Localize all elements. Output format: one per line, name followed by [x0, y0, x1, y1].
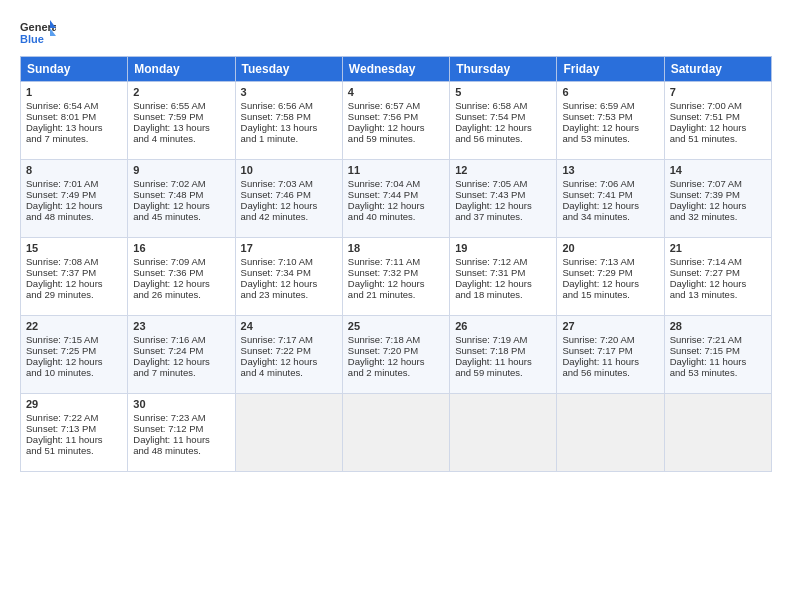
day-info-line: and 51 minutes.	[26, 445, 122, 456]
calendar-cell: 14Sunrise: 7:07 AMSunset: 7:39 PMDayligh…	[664, 160, 771, 238]
day-info-line: Daylight: 12 hours	[348, 200, 444, 211]
day-number: 29	[26, 398, 122, 410]
day-info-line: Daylight: 12 hours	[670, 122, 766, 133]
calendar-cell: 9Sunrise: 7:02 AMSunset: 7:48 PMDaylight…	[128, 160, 235, 238]
day-info-line: Sunset: 7:41 PM	[562, 189, 658, 200]
day-info-line: Sunset: 7:59 PM	[133, 111, 229, 122]
calendar-cell: 29Sunrise: 7:22 AMSunset: 7:13 PMDayligh…	[21, 394, 128, 472]
day-info-line: Sunrise: 7:19 AM	[455, 334, 551, 345]
day-number: 4	[348, 86, 444, 98]
calendar-cell: 19Sunrise: 7:12 AMSunset: 7:31 PMDayligh…	[450, 238, 557, 316]
calendar-cell: 16Sunrise: 7:09 AMSunset: 7:36 PMDayligh…	[128, 238, 235, 316]
day-info-line: Sunrise: 6:54 AM	[26, 100, 122, 111]
calendar-cell	[664, 394, 771, 472]
week-row-3: 15Sunrise: 7:08 AMSunset: 7:37 PMDayligh…	[21, 238, 772, 316]
day-info-line: Sunset: 7:43 PM	[455, 189, 551, 200]
day-info-line: Daylight: 12 hours	[455, 200, 551, 211]
day-number: 28	[670, 320, 766, 332]
logo: General Blue	[20, 18, 60, 46]
day-info-line: Daylight: 13 hours	[241, 122, 337, 133]
day-info-line: Sunrise: 7:02 AM	[133, 178, 229, 189]
day-number: 20	[562, 242, 658, 254]
day-info-line: and 56 minutes.	[562, 367, 658, 378]
day-info-line: and 59 minutes.	[348, 133, 444, 144]
day-number: 3	[241, 86, 337, 98]
day-number: 14	[670, 164, 766, 176]
day-info-line: Sunrise: 7:23 AM	[133, 412, 229, 423]
calendar-cell: 18Sunrise: 7:11 AMSunset: 7:32 PMDayligh…	[342, 238, 449, 316]
day-info-line: Sunset: 7:54 PM	[455, 111, 551, 122]
day-info-line: Sunrise: 7:22 AM	[26, 412, 122, 423]
day-info-line: Sunset: 7:46 PM	[241, 189, 337, 200]
calendar-cell: 12Sunrise: 7:05 AMSunset: 7:43 PMDayligh…	[450, 160, 557, 238]
day-info-line: and 42 minutes.	[241, 211, 337, 222]
day-number: 24	[241, 320, 337, 332]
day-info-line: Daylight: 12 hours	[670, 278, 766, 289]
calendar-cell: 21Sunrise: 7:14 AMSunset: 7:27 PMDayligh…	[664, 238, 771, 316]
day-info-line: Sunset: 7:44 PM	[348, 189, 444, 200]
day-info-line: Sunset: 7:58 PM	[241, 111, 337, 122]
day-info-line: and 37 minutes.	[455, 211, 551, 222]
day-info-line: Sunrise: 7:11 AM	[348, 256, 444, 267]
day-info-line: Sunset: 7:17 PM	[562, 345, 658, 356]
day-info-line: Daylight: 11 hours	[133, 434, 229, 445]
day-number: 17	[241, 242, 337, 254]
day-info-line: Sunrise: 6:55 AM	[133, 100, 229, 111]
calendar-cell: 24Sunrise: 7:17 AMSunset: 7:22 PMDayligh…	[235, 316, 342, 394]
calendar-cell: 6Sunrise: 6:59 AMSunset: 7:53 PMDaylight…	[557, 82, 664, 160]
day-number: 7	[670, 86, 766, 98]
day-info-line: and 40 minutes.	[348, 211, 444, 222]
col-header-monday: Monday	[128, 57, 235, 82]
day-number: 22	[26, 320, 122, 332]
day-number: 26	[455, 320, 551, 332]
col-header-tuesday: Tuesday	[235, 57, 342, 82]
day-info-line: Sunrise: 7:15 AM	[26, 334, 122, 345]
day-info-line: and 1 minute.	[241, 133, 337, 144]
day-info-line: Daylight: 12 hours	[562, 278, 658, 289]
day-info-line: Sunset: 7:56 PM	[348, 111, 444, 122]
day-info-line: and 53 minutes.	[562, 133, 658, 144]
page: General Blue SundayMondayTuesdayWednesda…	[0, 0, 792, 482]
calendar-cell: 26Sunrise: 7:19 AMSunset: 7:18 PMDayligh…	[450, 316, 557, 394]
day-info-line: and 2 minutes.	[348, 367, 444, 378]
day-info-line: and 53 minutes.	[670, 367, 766, 378]
day-number: 19	[455, 242, 551, 254]
day-info-line: Sunset: 7:13 PM	[26, 423, 122, 434]
day-info-line: and 18 minutes.	[455, 289, 551, 300]
day-info-line: and 48 minutes.	[26, 211, 122, 222]
calendar-cell: 27Sunrise: 7:20 AMSunset: 7:17 PMDayligh…	[557, 316, 664, 394]
day-number: 6	[562, 86, 658, 98]
day-info-line: and 51 minutes.	[670, 133, 766, 144]
calendar-cell: 22Sunrise: 7:15 AMSunset: 7:25 PMDayligh…	[21, 316, 128, 394]
day-info-line: and 21 minutes.	[348, 289, 444, 300]
day-number: 5	[455, 86, 551, 98]
day-info-line: and 34 minutes.	[562, 211, 658, 222]
day-info-line: Sunset: 7:18 PM	[455, 345, 551, 356]
day-info-line: Sunrise: 7:06 AM	[562, 178, 658, 189]
day-info-line: Daylight: 12 hours	[348, 356, 444, 367]
day-info-line: Daylight: 13 hours	[133, 122, 229, 133]
day-info-line: Sunrise: 7:01 AM	[26, 178, 122, 189]
day-number: 30	[133, 398, 229, 410]
day-info-line: Sunrise: 6:56 AM	[241, 100, 337, 111]
day-number: 2	[133, 86, 229, 98]
day-info-line: Daylight: 12 hours	[348, 122, 444, 133]
calendar-cell	[450, 394, 557, 472]
day-info-line: and 13 minutes.	[670, 289, 766, 300]
col-header-wednesday: Wednesday	[342, 57, 449, 82]
calendar-cell: 10Sunrise: 7:03 AMSunset: 7:46 PMDayligh…	[235, 160, 342, 238]
day-info-line: Sunrise: 6:58 AM	[455, 100, 551, 111]
day-info-line: Sunset: 7:51 PM	[670, 111, 766, 122]
day-info-line: Sunset: 7:29 PM	[562, 267, 658, 278]
day-number: 13	[562, 164, 658, 176]
day-info-line: Daylight: 12 hours	[241, 200, 337, 211]
day-number: 11	[348, 164, 444, 176]
day-info-line: Sunrise: 7:10 AM	[241, 256, 337, 267]
calendar-cell: 8Sunrise: 7:01 AMSunset: 7:49 PMDaylight…	[21, 160, 128, 238]
calendar-cell: 17Sunrise: 7:10 AMSunset: 7:34 PMDayligh…	[235, 238, 342, 316]
day-info-line: Sunset: 7:53 PM	[562, 111, 658, 122]
day-info-line: Sunset: 7:20 PM	[348, 345, 444, 356]
day-info-line: Sunset: 8:01 PM	[26, 111, 122, 122]
day-info-line: and 29 minutes.	[26, 289, 122, 300]
week-row-1: 1Sunrise: 6:54 AMSunset: 8:01 PMDaylight…	[21, 82, 772, 160]
